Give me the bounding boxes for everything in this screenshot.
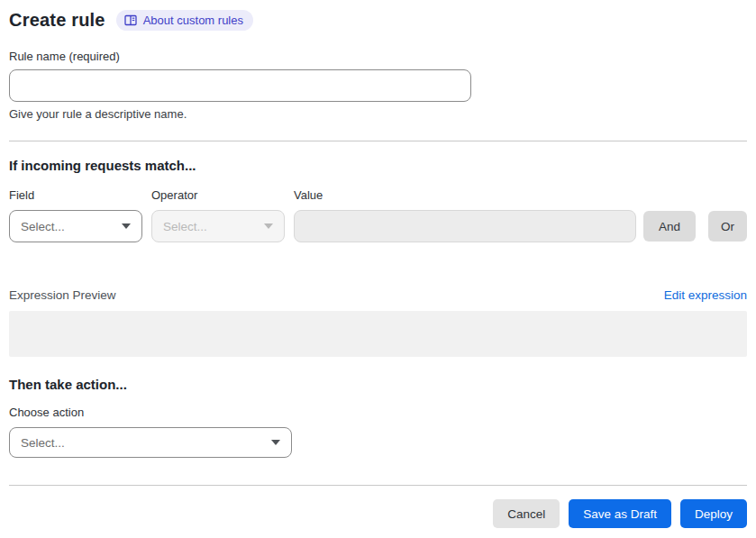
choose-action-label: Choose action	[9, 406, 747, 419]
rule-name-helper: Give your rule a descriptive name.	[9, 107, 747, 121]
operator-select-value: Select...	[163, 220, 207, 233]
chevron-down-icon	[122, 223, 131, 229]
about-badge-label: About custom rules	[143, 14, 243, 26]
chevron-down-icon	[271, 440, 280, 445]
value-label: Value	[294, 188, 636, 202]
operator-select[interactable]: Select...	[151, 210, 285, 242]
value-input[interactable]	[294, 210, 636, 242]
section-divider	[9, 141, 747, 141]
field-label: Field	[9, 188, 142, 202]
value-column: Value	[294, 188, 636, 242]
field-column: Field Select...	[9, 188, 142, 242]
rule-name-input[interactable]	[9, 69, 471, 102]
save-as-draft-button[interactable]: Save as Draft	[569, 499, 671, 528]
edit-expression-link[interactable]: Edit expression	[664, 288, 747, 302]
expression-preview-label: Expression Preview	[9, 288, 116, 302]
cancel-button[interactable]: Cancel	[493, 499, 560, 528]
footer: Cancel Save as Draft Deploy	[9, 485, 747, 528]
deploy-button[interactable]: Deploy	[680, 499, 747, 528]
field-select[interactable]: Select...	[9, 210, 142, 242]
operator-label: Operator	[151, 188, 285, 202]
and-button[interactable]: And	[643, 211, 696, 242]
page-header: Create rule About custom rules	[9, 10, 747, 31]
matcher-row: Field Select... Operator Select... Value…	[9, 188, 747, 242]
choose-action-value: Select...	[21, 436, 65, 450]
choose-action-select[interactable]: Select...	[9, 427, 292, 458]
footer-buttons: Cancel Save as Draft Deploy	[9, 499, 747, 528]
expression-preview-header: Expression Preview Edit expression	[9, 288, 747, 302]
action-section-heading: Then take action...	[9, 377, 747, 392]
expression-preview-box	[9, 311, 747, 357]
create-rule-page: Create rule About custom rules Rule name…	[0, 0, 756, 458]
operator-column: Operator Select...	[151, 188, 285, 242]
match-section-heading: If incoming requests match...	[9, 158, 747, 173]
or-button[interactable]: Or	[708, 211, 747, 242]
about-custom-rules-badge[interactable]: About custom rules	[116, 10, 253, 31]
page-title: Create rule	[9, 10, 105, 31]
chevron-down-icon	[264, 223, 273, 229]
field-select-value: Select...	[21, 220, 65, 233]
rule-name-label: Rule name (required)	[9, 50, 747, 63]
book-icon	[124, 14, 137, 26]
